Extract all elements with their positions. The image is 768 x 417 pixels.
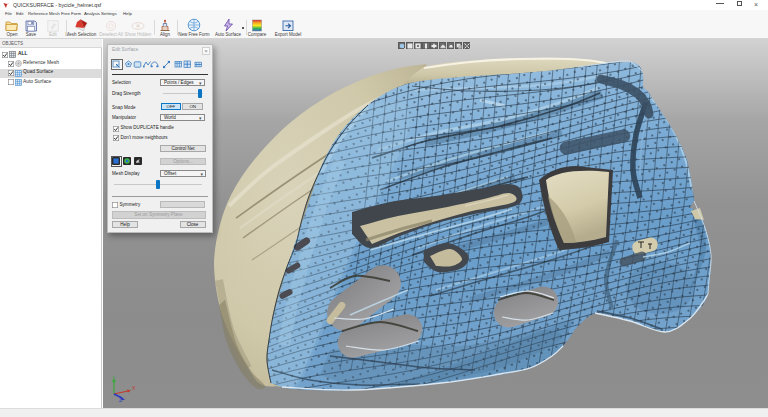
svg-text:Z: Z [119,397,122,402]
svg-text:X: X [132,385,136,391]
svg-text:Y: Y [112,376,116,381]
